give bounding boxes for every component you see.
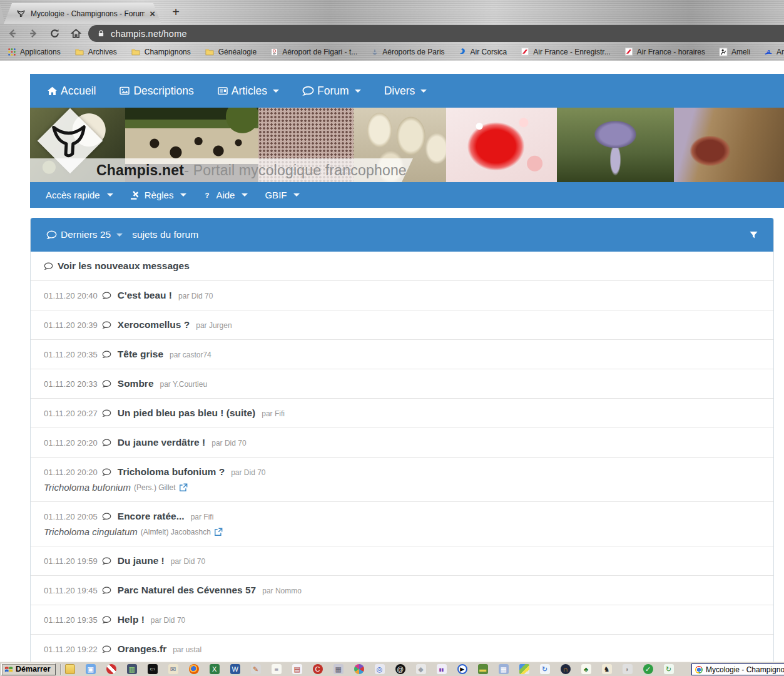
laptop-icon[interactable]: ▬: [478, 664, 488, 674]
sync-icon[interactable]: ↻: [540, 664, 550, 674]
topic-title-link[interactable]: Xerocomellus ?: [118, 319, 190, 330]
topic-title-link[interactable]: Encore ratée...: [118, 511, 185, 522]
bookmark-item[interactable]: Air France - horaires: [624, 48, 705, 56]
bookmark-item[interactable]: Archives: [74, 48, 117, 56]
topic-title-link[interactable]: C'est beau !: [118, 290, 172, 301]
topic-title-link[interactable]: Parc Naturel des Cévennes 57: [118, 585, 256, 596]
bookmark-label: Air France - horaires: [637, 48, 705, 56]
notepad-icon[interactable]: ≡: [272, 664, 282, 674]
books-icon[interactable]: ▮▮: [437, 664, 447, 674]
display-icon[interactable]: ▣: [86, 664, 96, 674]
forum-topic-list: Voir les nouveaux messages 01.11.20 20:4…: [31, 252, 773, 662]
nav-item-forum[interactable]: Forum: [302, 84, 361, 98]
panel-title-suffix: sujets du forum: [132, 229, 198, 240]
bookmark-item[interactable]: Air Corsica: [459, 48, 507, 56]
address-bar[interactable]: champis.net/home: [88, 25, 784, 42]
nav-item-articles[interactable]: Articles: [217, 84, 279, 98]
headset-icon[interactable]: ∩: [561, 664, 571, 674]
home-icon: [47, 86, 58, 96]
topic-row: 01.11.20 19:22Oranges.frpar ustal: [31, 634, 773, 662]
nav-item-label: Divers: [384, 84, 415, 98]
ccleaner-icon[interactable]: C: [313, 664, 323, 674]
back-button[interactable]: [3, 25, 21, 41]
chess-icon[interactable]: ♞: [602, 664, 612, 674]
reload-button[interactable]: [45, 25, 64, 41]
active-task-button[interactable]: Mycologie - Champignon: [691, 663, 784, 675]
topic-title-link[interactable]: Du jaune !: [118, 555, 165, 566]
shield-check-icon[interactable]: ✓: [643, 664, 653, 674]
topic-datetime: 01.11.20 19:45: [44, 586, 98, 595]
topic-title-link[interactable]: Tête grise: [118, 349, 163, 360]
contacts-icon[interactable]: ▤: [292, 664, 302, 674]
topic-title-link[interactable]: Un pied bleu pas bleu ! (suite): [118, 407, 255, 419]
tree-photo-icon[interactable]: ♣: [581, 664, 591, 674]
tab-close-icon[interactable]: ×: [150, 8, 155, 19]
comment-icon: [102, 513, 111, 521]
topic-row: 01.11.20 20:33Sombrepar Y.Courtieu: [31, 369, 773, 398]
new-tab-button[interactable]: +: [166, 5, 185, 20]
home-button[interactable]: [66, 25, 85, 41]
folder-icon[interactable]: [65, 664, 75, 674]
topic-row: 01.11.20 19:45Parc Naturel des Cévennes …: [31, 575, 773, 605]
start-label: Démarrer: [16, 665, 51, 673]
species-name[interactable]: Tricholoma bufonium: [44, 482, 131, 493]
command-prompt-icon[interactable]: C:\: [148, 664, 158, 674]
topic-title-link[interactable]: Sombre: [118, 378, 154, 389]
photo-viewer-icon[interactable]: ▦: [333, 664, 344, 674]
nav-item-label: Descriptions: [133, 84, 193, 98]
nav-item-r-gles[interactable]: Règles: [130, 190, 187, 200]
bookmark-item[interactable]: Air France - Enregistr...: [521, 48, 610, 56]
bookmark-item[interactable]: Aéroports de Paris: [371, 48, 444, 56]
bookmark-item[interactable]: Ameli: [719, 48, 750, 56]
bookmark-item[interactable]: Aéroport de Figari - t...: [270, 48, 357, 56]
computer-icon[interactable]: ▥: [127, 664, 137, 674]
disc-burner-icon[interactable]: ◎: [375, 664, 385, 674]
external-link-icon[interactable]: [214, 528, 223, 536]
nav-item-acc-s-rapide[interactable]: Accès rapide: [46, 190, 113, 200]
diamond-icon[interactable]: ◆: [416, 664, 426, 674]
panel-count-caret-icon[interactable]: [116, 233, 123, 237]
stone-icon[interactable]: ◗: [623, 664, 633, 674]
bookmark-item[interactable]: Champignons: [131, 48, 191, 56]
topic-author: par Did 70: [151, 616, 185, 625]
topic-title-link[interactable]: Help !: [118, 614, 145, 625]
start-button[interactable]: Démarrer: [1, 663, 56, 675]
nav-item-descriptions[interactable]: Descriptions: [119, 84, 193, 98]
new-messages-link[interactable]: Voir les nouveaux messages: [58, 260, 190, 272]
chevron-down-icon: [273, 90, 279, 93]
at-black-icon[interactable]: @: [395, 664, 405, 674]
forward-button[interactable]: [24, 25, 43, 41]
species-name[interactable]: Tricholoma cingulatum: [44, 526, 138, 537]
media-player-icon[interactable]: ▶: [457, 664, 467, 674]
picasa-icon[interactable]: [354, 664, 364, 674]
nav-item-gbif[interactable]: GBIF: [265, 190, 300, 200]
bookmark-label: Air Corsica: [471, 48, 507, 56]
comment-icon: [102, 351, 111, 359]
topic-title-link[interactable]: Oranges.fr: [118, 643, 166, 655]
external-link-icon[interactable]: [179, 483, 188, 492]
bookmark-item[interactable]: Applications: [8, 48, 61, 56]
chevron-down-icon: [107, 193, 113, 197]
pens-icon[interactable]: ✎: [251, 664, 261, 674]
panel-title: Derniers 25 sujets du forum: [61, 229, 198, 240]
panel-title-count[interactable]: Derniers 25: [61, 229, 111, 240]
nav-item-divers[interactable]: Divers: [384, 84, 427, 98]
topic-title-link[interactable]: Du jaune verdâtre !: [118, 437, 205, 448]
new-messages-row[interactable]: Voir les nouveaux messages: [31, 252, 773, 280]
recycle-icon[interactable]: ↻: [664, 664, 674, 674]
calculator-icon[interactable]: ▦: [499, 664, 509, 674]
mail-icon[interactable]: ✉: [168, 664, 178, 674]
bookmark-item[interactable]: AAnagrammeur: [764, 48, 784, 56]
topic-datetime: 01.11.20 20:40: [44, 291, 98, 300]
bookmark-item[interactable]: Généalogie: [205, 48, 257, 56]
topic-title-link[interactable]: Tricholoma bufonium ?: [118, 466, 225, 478]
browser-tab[interactable]: Mycologie - Champignons - Forum ×: [4, 3, 161, 24]
google-maps-icon[interactable]: [519, 664, 529, 674]
no-entry-icon[interactable]: [106, 664, 116, 674]
firefox-icon[interactable]: [189, 664, 199, 674]
nav-item-aide[interactable]: ?Aide: [203, 190, 248, 200]
excel-icon[interactable]: X: [210, 664, 220, 674]
word-icon[interactable]: W: [230, 664, 240, 674]
nav-item-accueil[interactable]: Accueil: [47, 84, 96, 98]
filter-funnel-icon[interactable]: [749, 230, 758, 240]
